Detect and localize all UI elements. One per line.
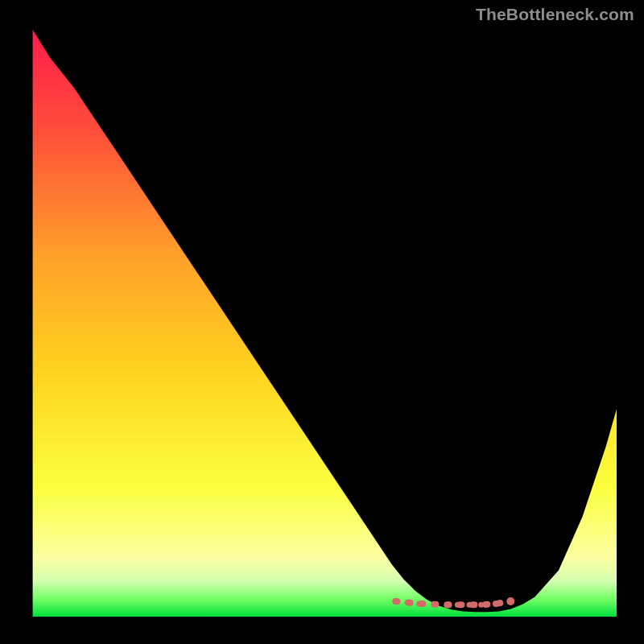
bottleneck-curve (33, 27, 617, 611)
curve-layer (27, 27, 617, 617)
optimal-range-dot (416, 601, 422, 606)
optimal-range-dot (467, 602, 473, 608)
optimal-range-dot (393, 598, 399, 605)
watermark-text: TheBottleneck.com (476, 5, 634, 24)
optimal-range-dot (478, 602, 484, 608)
chart-stage: TheBottleneck.com (0, 0, 644, 644)
optimal-range-markers (393, 597, 515, 608)
optimal-range-dot (506, 597, 514, 605)
optimal-range-dot (431, 601, 437, 607)
plot-area (27, 27, 617, 617)
optimal-range-dot (405, 600, 411, 605)
optimal-range-dot (445, 601, 452, 608)
optimal-range-dot (455, 602, 460, 608)
optimal-range-dot (493, 601, 499, 607)
